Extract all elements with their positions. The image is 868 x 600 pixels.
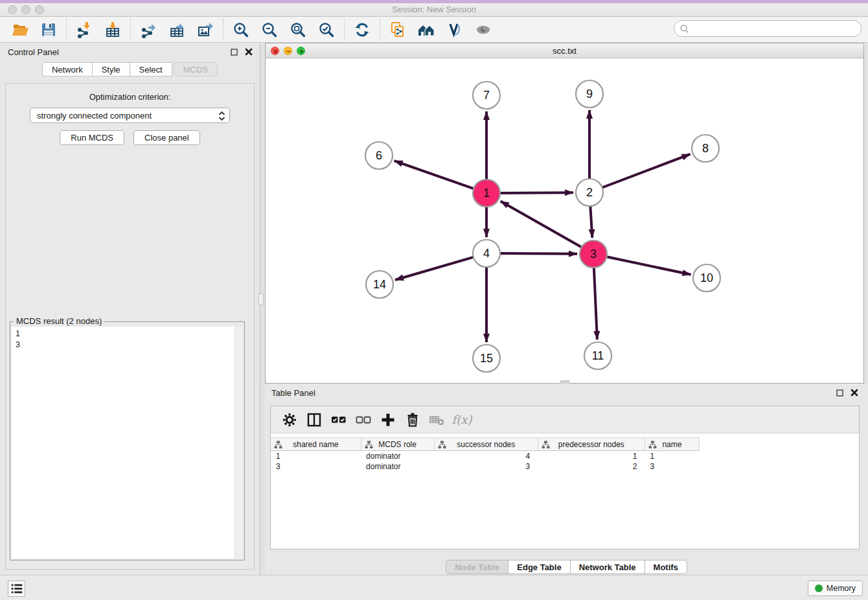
save-button[interactable] [40, 21, 57, 38]
table-cell[interactable]: 2 [538, 461, 645, 472]
import-table-icon[interactable] [104, 21, 121, 38]
column-layout-button[interactable] [306, 411, 323, 428]
export-network-button[interactable] [140, 21, 157, 38]
delete-icon[interactable] [404, 411, 421, 428]
add-button[interactable] [380, 411, 396, 428]
export-table-button[interactable] [168, 21, 185, 38]
tab-network[interactable]: Network [42, 62, 93, 76]
open-folder-button[interactable] [12, 21, 29, 38]
refresh-icon[interactable] [354, 21, 371, 38]
node-11[interactable]: 11 [584, 342, 611, 369]
search-input[interactable] [689, 22, 861, 35]
delete-button[interactable] [404, 411, 421, 428]
column-header-shared-name[interactable]: shared name [271, 438, 361, 451]
close-panel-button[interactable]: Close panel [133, 130, 200, 145]
edge-3-10[interactable] [607, 257, 691, 275]
node-6[interactable]: 6 [365, 142, 393, 169]
float-panel-icon[interactable] [230, 48, 238, 56]
table-cell[interactable]: 1 [645, 451, 699, 461]
edge-1-2[interactable] [500, 192, 573, 193]
tab-node-table[interactable]: Node Table [446, 560, 508, 574]
home-icon[interactable] [418, 21, 435, 38]
table-cell[interactable]: 3 [645, 461, 699, 472]
delete-table-icon[interactable] [429, 411, 446, 428]
import-network-button[interactable] [76, 21, 93, 38]
save-icon[interactable] [40, 21, 57, 38]
table-cell[interactable]: 3 [434, 461, 538, 472]
node-14[interactable]: 14 [366, 271, 393, 298]
zoom-out-button[interactable] [261, 21, 278, 38]
refresh-button[interactable] [354, 21, 371, 38]
zoom-selected-button[interactable] [318, 21, 335, 38]
float-panel-icon[interactable] [836, 389, 844, 397]
zoom-fit-button[interactable] [290, 21, 306, 38]
export-image-icon[interactable] [197, 21, 214, 38]
node-15[interactable]: 15 [473, 345, 500, 372]
close-panel-icon[interactable] [850, 388, 859, 397]
column-header-MCDS-role[interactable]: MCDS role [361, 438, 434, 451]
node-4[interactable]: 4 [473, 240, 500, 267]
table-cell[interactable]: 1 [271, 451, 361, 461]
gear-button[interactable] [281, 411, 298, 428]
close-panel-icon[interactable] [244, 47, 253, 56]
node-2[interactable]: 2 [576, 179, 603, 206]
eye-icon[interactable] [475, 21, 492, 38]
select-all-button[interactable] [330, 411, 347, 428]
table-cell[interactable]: 3 [271, 461, 361, 472]
zoom-fit-icon[interactable] [290, 21, 306, 38]
tab-mcds[interactable]: MCDS [174, 62, 218, 76]
node-8[interactable]: 8 [692, 135, 719, 162]
edge-2-8[interactable] [602, 154, 691, 188]
zoom-out-icon[interactable] [261, 21, 278, 38]
mcds-result-text[interactable]: 13 [12, 327, 243, 559]
home-button[interactable] [418, 21, 435, 38]
memory-button[interactable]: Memory [808, 581, 863, 596]
column-header-name[interactable]: name [645, 438, 699, 451]
vertical-splitter-handle[interactable] [258, 294, 264, 305]
node-10[interactable]: 10 [693, 264, 720, 292]
node-9[interactable]: 9 [576, 80, 603, 108]
clone-network-icon[interactable] [389, 21, 406, 38]
column-header-successor-nodes[interactable]: successor nodes [434, 438, 538, 451]
node-7[interactable]: 7 [473, 82, 500, 109]
import-table-button[interactable] [104, 21, 121, 38]
network-canvas[interactable]: 7968124314101511 [266, 58, 863, 383]
eye-button[interactable] [475, 21, 492, 38]
clone-network-button[interactable] [389, 21, 406, 38]
function-icon[interactable]: f(x) [452, 413, 472, 426]
table-cell[interactable]: dominator [361, 461, 434, 472]
deselect-all-button[interactable] [355, 411, 372, 428]
tab-style[interactable]: Style [93, 62, 130, 76]
select-all-icon[interactable] [330, 411, 347, 428]
criterion-select[interactable]: strongly connected component [30, 108, 230, 123]
toggle-graphics-details-icon[interactable] [446, 21, 463, 38]
zoom-selected-icon[interactable] [318, 21, 335, 38]
import-network-icon[interactable] [76, 21, 93, 38]
gear-icon[interactable] [281, 411, 298, 428]
add-icon[interactable] [380, 411, 396, 428]
export-table-icon[interactable] [168, 21, 185, 38]
node-1[interactable]: 1 [473, 179, 500, 207]
edge-4-3[interactable] [500, 253, 577, 254]
edge-3-11[interactable] [594, 268, 597, 340]
edge-4-14[interactable] [395, 257, 474, 280]
mcds-result-scrollbar[interactable] [234, 327, 243, 559]
zoom-in-icon[interactable] [233, 21, 249, 38]
table-row[interactable]: 1dominator411 [271, 451, 700, 461]
run-mcds-button[interactable]: Run MCDS [60, 130, 124, 145]
function-button[interactable]: f(x) [453, 411, 470, 428]
network-window-titlebar[interactable]: scc.txt [266, 43, 863, 58]
table-row[interactable]: 3dominator323 [271, 461, 700, 472]
open-folder-icon[interactable] [12, 21, 29, 38]
tab-motifs[interactable]: Motifs [645, 560, 687, 574]
zoom-in-button[interactable] [233, 21, 249, 38]
tab-edge-table[interactable]: Edge Table [508, 560, 570, 574]
tab-network-table[interactable]: Network Table [571, 560, 645, 574]
table-cell[interactable]: 1 [538, 451, 645, 461]
edge-2-3[interactable] [590, 206, 592, 238]
node-3[interactable]: 3 [580, 240, 607, 268]
column-layout-icon[interactable] [306, 411, 323, 428]
table-cell[interactable]: 4 [434, 451, 538, 461]
export-image-button[interactable] [197, 21, 214, 38]
tab-select[interactable]: Select [130, 62, 172, 76]
